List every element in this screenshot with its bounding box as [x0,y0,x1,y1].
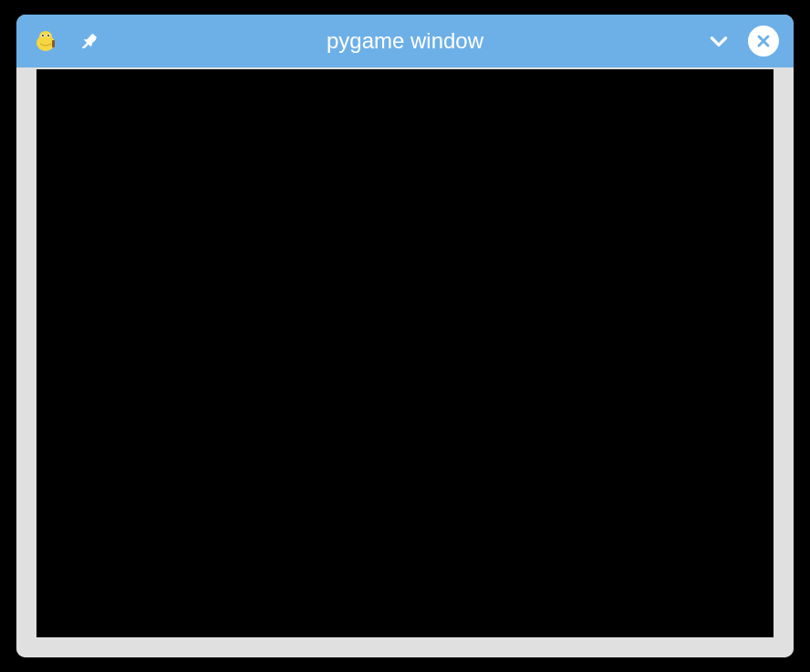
minimize-icon[interactable] [706,28,732,54]
svg-point-4 [42,35,44,36]
pygame-window: pygame window [16,15,794,657]
content-area [16,67,794,657]
titlebar[interactable]: pygame window [16,15,794,67]
pygame-canvas[interactable] [36,69,774,637]
svg-point-1 [39,31,52,42]
svg-rect-6 [52,40,55,47]
close-button[interactable] [748,26,779,57]
titlebar-left [31,26,100,56]
titlebar-right [706,26,779,57]
window-title: pygame window [327,28,483,54]
app-icon [31,26,60,56]
pin-icon[interactable] [78,30,100,52]
svg-point-5 [47,35,49,36]
